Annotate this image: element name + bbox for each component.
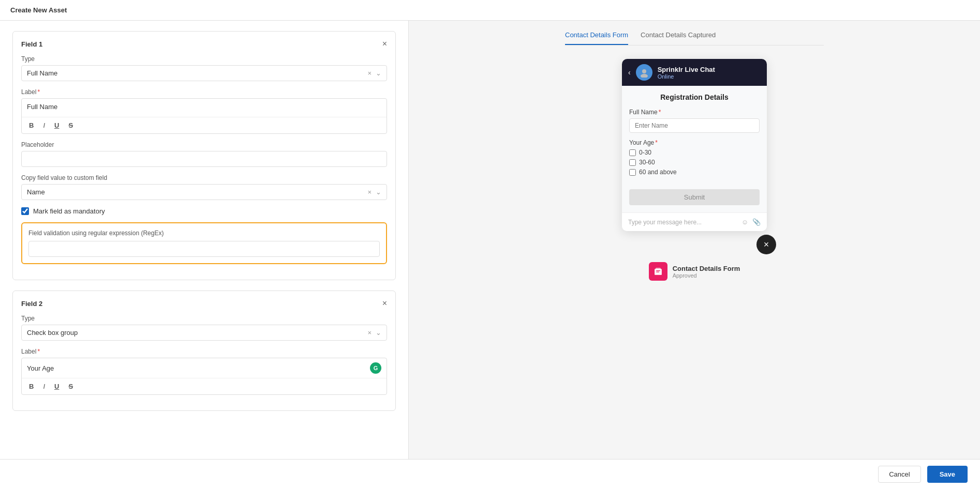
preview-age-options: 0-30 30-60 60 and above [629,149,760,176]
preview-age-group: Your Age* 0-30 30-60 [629,139,760,176]
clear-icon: × [367,69,372,77]
field1-label-label: Label* [21,88,387,96]
field1-copyfield-group: Copy field value to custom field Name × … [21,174,387,200]
chevron-down-icon2: ⌄ [376,188,381,196]
field1-mandatory-row: Mark field as mandatory [21,207,387,215]
field2-type-group: Type Check box group × ⌄ [21,315,387,341]
strikethrough-button2[interactable]: S [66,381,75,391]
preview-fullname-label: Full Name* [629,109,760,116]
contact-form-name: Contact Details Form [673,265,740,272]
field1-label-toolbar: B I U S [22,117,387,133]
strikethrough-button[interactable]: S [66,120,75,130]
age-option-30-60: 30-60 [629,159,760,166]
field2-close-button[interactable]: × [382,299,387,308]
field1-header: Field 1 × [21,40,387,48]
cancel-button[interactable]: Cancel [878,466,920,483]
clear-icon3: × [367,329,372,337]
bold-button2[interactable]: B [27,381,36,391]
field1-regex-container: Field validation using regular expressio… [21,222,387,264]
field1-label-richtext[interactable]: Full Name B I U S [21,98,387,134]
field1-type-value: Full Name [27,69,57,77]
field1-mandatory-label: Mark field as mandatory [33,207,105,215]
age-option-0-30: 0-30 [629,149,760,156]
field1-card: Field 1 × Type Full Name × ⌄ [12,31,396,280]
svg-point-0 [642,69,646,73]
page-title: Create New Asset [10,6,67,14]
field2-title: Field 2 [21,300,42,308]
field1-regex-input[interactable]: ^[a-zA-Z\s]*$ [28,241,380,257]
left-panel: Field 1 × Type Full Name × ⌄ [0,21,409,459]
chat-footer: Type your message here... ☺ 📎 [622,212,767,231]
contact-form-status: Approved [673,272,740,279]
field1-title: Field 1 [21,40,42,48]
tab-contact-captured[interactable]: Contact Details Captured [641,31,716,45]
field2-type-label: Type [21,315,387,322]
top-bar: Create New Asset [0,0,980,21]
contact-form-icon [649,262,667,281]
italic-button2[interactable]: I [41,381,47,391]
field2-type-select[interactable]: Check box group × ⌄ [21,325,387,341]
preview-fullname-input[interactable] [629,118,760,133]
contact-form-info: Contact Details Form Approved [649,262,740,281]
field2-label-toolbar: B I U S [22,378,387,394]
age-checkbox-30-60[interactable] [629,159,636,166]
chat-back-button[interactable]: ‹ [628,68,631,77]
age-checkbox-0-30[interactable] [629,149,636,156]
contact-form-text: Contact Details Form Approved [673,265,740,279]
underline-button2[interactable]: U [52,381,61,391]
field1-type-select[interactable]: Full Name × ⌄ [21,65,387,81]
grammarly-icon: G [370,362,381,374]
bold-button[interactable]: B [27,120,36,130]
field2-label-group: Label* Your Age G B I U S [21,348,387,395]
close-icon2: × [382,299,387,308]
svg-rect-5 [656,272,659,272]
preview-tabs: Contact Details Form Contact Details Cap… [565,31,824,45]
chevron-down-icon3: ⌄ [376,329,381,337]
field1-type-label: Type [21,55,387,63]
right-panel: Contact Details Form Contact Details Cap… [409,21,980,459]
field1-placeholder-input[interactable]: Enter Name [21,151,387,167]
field1-copyfield-label: Copy field value to custom field [21,174,387,181]
chat-header: ‹ Sprinklr Live Chat Online [622,59,767,86]
chat-close-circle-button[interactable]: × [756,235,776,254]
field1-regex-label: Field validation using regular expressio… [28,230,380,237]
preview-submit-button[interactable]: Submit [629,189,760,205]
registration-title: Registration Details [629,93,760,101]
svg-rect-4 [656,270,660,271]
field1-copyfield-select[interactable]: Name × ⌄ [21,184,387,200]
field1-type-group: Type Full Name × ⌄ [21,55,387,81]
chat-body: Registration Details Full Name* Your Age… [622,86,767,212]
close-icon: × [382,39,387,48]
close-circle-icon: × [764,239,769,250]
tab-contact-form[interactable]: Contact Details Form [565,31,628,45]
bottom-bar: Cancel Save [0,459,980,489]
field1-placeholder-label: Placeholder [21,141,387,148]
chat-avatar [636,64,652,81]
field1-label-content[interactable]: Full Name [22,99,387,117]
field2-card: Field 2 × Type Check box group × ⌄ [12,291,396,411]
field1-close-button[interactable]: × [382,40,387,48]
field1-placeholder-group: Placeholder Enter Name [21,141,387,167]
field2-label-label: Label* [21,348,387,355]
chat-preview-container: ‹ Sprinklr Live Chat Online [622,59,767,231]
underline-button[interactable]: U [52,120,61,130]
emoji-icon[interactable]: ☺ [741,218,748,226]
field1-mandatory-checkbox[interactable] [21,207,29,215]
field2-header: Field 2 × [21,299,387,308]
preview-fullname-group: Full Name* [629,109,760,133]
svg-point-1 [641,74,648,78]
field2-type-value: Check box group [27,329,78,337]
attach-icon[interactable]: 📎 [752,218,761,226]
chat-widget: ‹ Sprinklr Live Chat Online [622,59,767,231]
field2-label-richtext[interactable]: Your Age G B I U S [21,358,387,395]
italic-button[interactable]: I [41,120,47,130]
chat-name: Sprinklr Live Chat [658,66,715,73]
age-checkbox-60-above[interactable] [629,169,636,176]
clear-icon2: × [367,188,372,196]
save-button[interactable]: Save [927,466,968,483]
field1-copyfield-value: Name [27,188,45,196]
field2-label-content[interactable]: Your Age G [22,358,387,378]
chat-status: Online [658,73,715,80]
chat-info: Sprinklr Live Chat Online [658,66,715,80]
chat-input-placeholder: Type your message here... [628,219,702,226]
